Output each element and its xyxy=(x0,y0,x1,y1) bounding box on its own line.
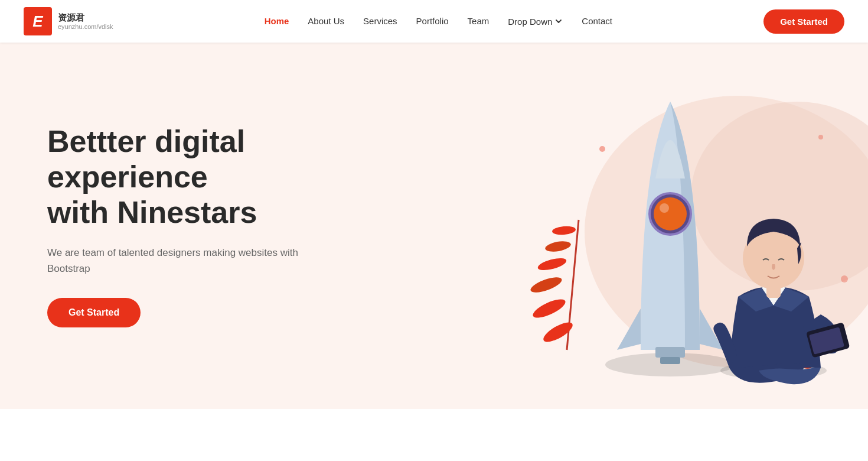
nav-link-about[interactable]: About Us xyxy=(308,16,344,26)
hero-subtitle: We are team of talented designers making… xyxy=(47,245,307,277)
nav-link-services[interactable]: Services xyxy=(363,16,397,26)
nav-link-team[interactable]: Team xyxy=(468,16,490,26)
svg-point-4 xyxy=(541,319,575,345)
logo-text: 资源君 eyunzhu.com/vdisk xyxy=(58,12,113,30)
svg-point-18 xyxy=(654,197,687,230)
logo-url: eyunzhu.com/vdisk xyxy=(58,23,113,30)
nav-links: Home About Us Services Portfolio Team Dr… xyxy=(265,16,612,27)
nav-dropdown-trigger[interactable]: Drop Down xyxy=(508,17,563,27)
logo[interactable]: E 资源君 eyunzhu.com/vdisk xyxy=(24,7,113,35)
svg-point-8 xyxy=(544,239,572,253)
svg-point-9 xyxy=(552,225,576,235)
svg-point-5 xyxy=(531,296,568,321)
svg-rect-20 xyxy=(655,347,685,358)
svg-point-6 xyxy=(529,274,564,296)
nav-item-team[interactable]: Team xyxy=(468,16,490,27)
navbar: E 资源君 eyunzhu.com/vdisk Home About Us Se… xyxy=(0,0,868,43)
svg-point-29 xyxy=(841,275,848,283)
svg-point-7 xyxy=(537,256,567,272)
hero-content: Bettter digital experience with Ninestar… xyxy=(0,77,354,375)
logo-chinese: 资源君 xyxy=(58,12,113,23)
hero-section: Bettter digital experience with Ninestar… xyxy=(0,43,868,409)
nav-link-contact[interactable]: Contact xyxy=(582,16,612,26)
nav-cta-button[interactable]: Get Started xyxy=(763,9,844,34)
nav-item-home[interactable]: Home xyxy=(265,16,289,27)
hero-title: Bettter digital experience with Ninestar… xyxy=(47,124,307,230)
svg-point-27 xyxy=(599,146,605,152)
nav-item-dropdown[interactable]: Drop Down xyxy=(508,17,563,27)
nav-link-home[interactable]: Home xyxy=(265,16,289,26)
nav-item-contact[interactable]: Contact xyxy=(582,16,612,27)
nav-link-portfolio[interactable]: Portfolio xyxy=(416,16,449,26)
logo-icon: E xyxy=(24,7,52,35)
nav-item-services[interactable]: Services xyxy=(363,16,397,27)
hero-svg xyxy=(455,43,868,409)
nav-item-about[interactable]: About Us xyxy=(308,16,344,27)
below-hero-section xyxy=(0,409,868,461)
hero-illustration xyxy=(455,43,868,409)
svg-rect-21 xyxy=(660,357,680,364)
svg-point-19 xyxy=(660,203,669,213)
nav-item-portfolio[interactable]: Portfolio xyxy=(416,16,449,27)
chevron-down-icon xyxy=(554,17,563,25)
svg-point-28 xyxy=(818,135,823,139)
svg-rect-24 xyxy=(766,285,781,298)
hero-cta-button[interactable]: Get Started xyxy=(47,298,141,327)
